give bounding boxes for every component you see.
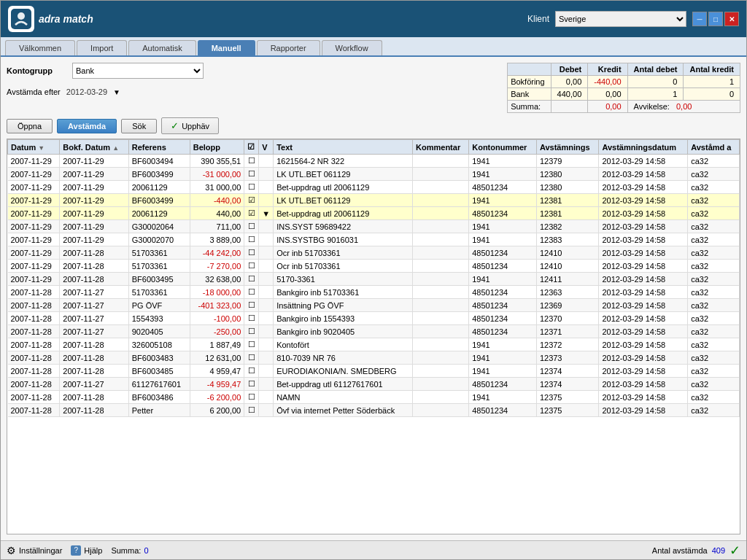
minimize-button[interactable]: ─ [692, 12, 707, 26]
summary-bank-antal-debet: 1 [627, 88, 684, 101]
summary-table: Debet Kredit Antal debet Antal kredit Bo… [507, 63, 740, 113]
summary-summa-label: Summa: [508, 101, 551, 113]
tab-workflow[interactable]: Workflow [322, 40, 382, 55]
summary-bokforing-debet: 0,00 [551, 76, 588, 88]
antal-value: 409 [712, 546, 725, 555]
content-area: Kontogrupp Bank Avstämda efter 2012-03-2… [1, 57, 746, 540]
summary-bokforing-antal-kredit: 1 [684, 76, 740, 88]
col-avstamnings[interactable]: Avstämnings [536, 140, 599, 155]
date-dropdown-icon[interactable]: ▼ [113, 88, 120, 96]
summary-bank-kredit: 0,00 [588, 88, 627, 101]
col-bokf-datum[interactable]: Bokf. Datum ▲ [60, 140, 128, 155]
installningar-label: Inställningar [19, 546, 62, 555]
maximize-button[interactable]: □ [708, 12, 723, 26]
tab-import[interactable]: Import [77, 40, 127, 55]
table-row[interactable]: 2007-11-282007-11-28BF600348312 631,00☐8… [8, 351, 740, 365]
table-row[interactable]: 2007-11-292007-11-29BF6003499-31 000,00☐… [8, 168, 740, 181]
col-avstamd-a[interactable]: Avståmd a [688, 140, 740, 155]
oppna-button[interactable]: Öppna [7, 119, 53, 133]
table-row[interactable]: 2007-11-282007-11-28Petter6 200,00☐Övf v… [8, 404, 740, 417]
col-referens[interactable]: Referens [128, 140, 190, 155]
antal-label: Antal avstämda [652, 546, 708, 555]
tab-automatisk[interactable]: Automatisk [128, 40, 196, 55]
table-row[interactable]: 2007-11-282007-11-28BF60034854 959,47☐EU… [8, 365, 740, 378]
table-row[interactable]: 2007-11-292007-11-28BF600349532 638,00☐5… [8, 273, 740, 286]
action-buttons: Öppna Avstämda Sök ✓ Upphäv [7, 117, 740, 134]
col-kontonummer[interactable]: Kontonummer [469, 140, 537, 155]
data-table-container[interactable]: Datum ▼ Bokf. Datum ▲ Referens Belopp ☑ … [7, 139, 740, 534]
summary-bokforing-kredit: -440,00 [588, 76, 627, 88]
logo-text: adra match [39, 13, 93, 25]
kontogrupp-select[interactable]: Bank [72, 63, 204, 79]
avstamda-date: 2012-03-29 [66, 88, 107, 96]
table-row[interactable]: 2007-11-292007-11-29BF6003494390 355,51☐… [8, 155, 740, 168]
table-row[interactable]: 2007-11-282007-11-279020405-250,00☐Bankg… [8, 325, 740, 338]
sok-button[interactable]: Sök [121, 119, 157, 133]
tab-bar: Välkommen Import Automatisk Manuell Rapp… [1, 37, 746, 57]
klient-select[interactable]: Sverige [555, 11, 686, 27]
avstamda-label: Avstämda efter [7, 88, 61, 96]
col-text[interactable]: Text [274, 140, 413, 155]
upphav-label: Upphäv [182, 122, 209, 131]
table-row[interactable]: 2007-11-292007-11-2851703361-44 242,00☐O… [8, 246, 740, 260]
avstamda-button[interactable]: Avstämda [57, 119, 117, 133]
col-belopp[interactable]: Belopp [190, 140, 244, 155]
hjalp-icon: ? [71, 545, 81, 556]
table-row[interactable]: 2007-11-282007-11-283260051081 887,49☐Ko… [8, 338, 740, 351]
summary-summa-debet [551, 101, 588, 113]
table-row[interactable]: 2007-11-292007-11-2920061129440,00☑▼Bet-… [8, 207, 740, 220]
logo-icon [8, 6, 34, 32]
summary-bank-debet: 440,00 [551, 88, 588, 101]
table-row[interactable]: 2007-11-292007-11-292006112931 000,00☐Be… [8, 181, 740, 194]
col-kommentar[interactable]: Kommentar [413, 140, 469, 155]
table-row[interactable]: 2007-11-292007-11-2851703361-7 270,00☐Oc… [8, 260, 740, 273]
col-avstamningsdatum[interactable]: Avstämningsdatum [599, 140, 688, 155]
avvikelse-label: Avvikelse: [634, 102, 670, 111]
summa-item: Summa: 0 [111, 546, 148, 555]
close-button[interactable]: ✕ [724, 12, 739, 26]
hjalp-label: Hjälp [84, 546, 102, 555]
svg-point-1 [18, 12, 25, 20]
tab-rapporter[interactable]: Rapporter [257, 40, 320, 55]
summa-label: Summa: [111, 546, 141, 555]
installningar-icon: ⚙ [7, 545, 16, 556]
header-right: Klient Sverige ─ □ ✕ [527, 11, 739, 27]
table-row[interactable]: 2007-11-282007-11-271554393-100,00☐Bankg… [8, 312, 740, 325]
col-datum[interactable]: Datum ▼ [8, 140, 60, 155]
avvikelse-value: 0,00 [676, 102, 692, 111]
table-row[interactable]: 2007-11-282007-11-27PG ÖVF-401 323,00☐In… [8, 299, 740, 312]
summary-bank-antal-kredit: 0 [684, 88, 740, 101]
installningar-item[interactable]: ⚙ Inställningar [7, 545, 62, 556]
summary-summa-kredit: 0,00 [588, 101, 627, 113]
kontogrupp-label: Kontogrupp [7, 66, 65, 75]
bottom-bar: ⚙ Inställningar ? Hjälp Summa: 0 Antal a… [1, 540, 746, 559]
summa-value: 0 [144, 546, 148, 555]
table-row[interactable]: 2007-11-292007-11-29G30002064711,00☐INS.… [8, 220, 740, 233]
table-row[interactable]: 2007-11-282007-11-2761127617601-4 959,47… [8, 378, 740, 391]
logo-area: adra match [8, 6, 93, 32]
tab-valkommen[interactable]: Välkommen [5, 40, 75, 55]
data-table: Datum ▼ Bokf. Datum ▲ Referens Belopp ☑ … [7, 139, 740, 417]
table-row[interactable]: 2007-11-282007-11-28BF6003486-6 200,00☐N… [8, 391, 740, 404]
header: adra match Klient Sverige ─ □ ✕ [1, 1, 746, 37]
col-check[interactable]: ☑ [244, 140, 259, 155]
upphav-button[interactable]: ✓ Upphäv [161, 117, 219, 134]
main-window: adra match Klient Sverige ─ □ ✕ Välkomme… [0, 0, 747, 560]
upphav-icon: ✓ [171, 120, 179, 131]
bottom-left: ⚙ Inställningar ? Hjälp Summa: 0 [7, 545, 149, 556]
window-buttons: ─ □ ✕ [692, 12, 739, 26]
table-row[interactable]: 2007-11-292007-11-29G300020703 889,00☐IN… [8, 233, 740, 246]
bottom-right: Antal avstämda 409 ✓ [652, 542, 740, 559]
avstamda-row: Avstämda efter 2012-03-29 ▼ [7, 88, 204, 96]
summary-bank-label: Bank [508, 88, 551, 101]
tab-manuell[interactable]: Manuell [198, 40, 255, 55]
hjalp-item[interactable]: ? Hjälp [71, 545, 102, 556]
bottom-check-icon[interactable]: ✓ [729, 542, 740, 559]
klient-label: Klient [527, 14, 549, 24]
table-row[interactable]: 2007-11-292007-11-29BF6003499-440,00☑LK … [8, 194, 740, 207]
col-v[interactable]: V [259, 140, 274, 155]
kontogrupp-row: Kontogrupp Bank [7, 63, 204, 79]
table-row[interactable]: 2007-11-282007-11-2751703361-18 000,00☐B… [8, 286, 740, 299]
summary-bokforing-antal-debet: 0 [627, 76, 684, 88]
summary-bokforing-label: Bokföring [508, 76, 551, 88]
